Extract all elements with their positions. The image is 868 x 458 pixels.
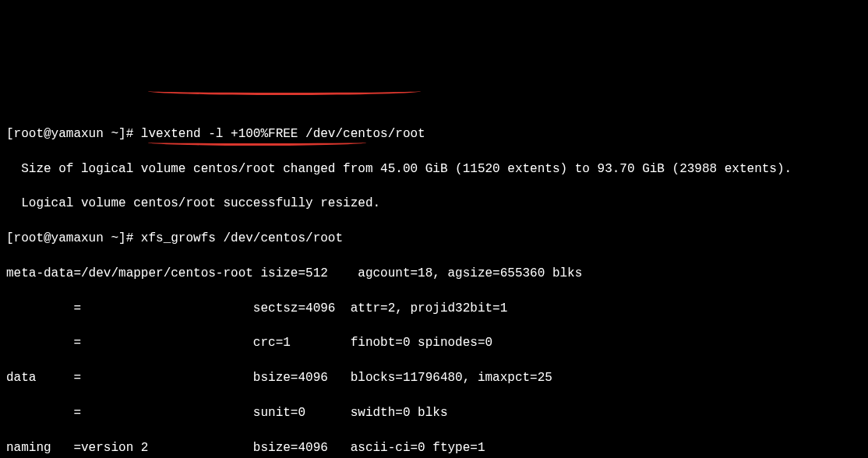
output-line: = sectsz=4096 attr=2, projid32bit=1 <box>6 300 862 317</box>
command-xfs-growfs: xfs_growfs /dev/centos/root <box>141 231 343 245</box>
output-line: data = bsize=4096 blocks=11796480, imaxp… <box>6 369 862 386</box>
annotation-underline-1 <box>148 87 421 95</box>
output-line: = crc=1 finobt=0 spinodes=0 <box>6 334 862 351</box>
output-line: = sunit=0 swidth=0 blks <box>6 404 862 421</box>
command-lvextend: lvextend -l +100%FREE /dev/centos/root <box>141 127 425 141</box>
prompt-line-2: [root@yamaxun ~]# xfs_growfs /dev/centos… <box>6 230 862 247</box>
output-line: Size of logical volume centos/root chang… <box>6 160 862 178</box>
prompt-line-1: [root@yamaxun ~]# lvextend -l +100%FREE … <box>6 125 862 143</box>
shell-prompt: [root@yamaxun ~]# <box>6 231 141 245</box>
terminal-output[interactable]: [root@yamaxun ~]# lvextend -l +100%FREE … <box>6 73 862 458</box>
output-line: naming =version 2 bsize=4096 ascii-ci=0 … <box>6 439 862 456</box>
shell-prompt: [root@yamaxun ~]# <box>6 127 141 141</box>
output-line: Logical volume centos/root successfully … <box>6 195 862 212</box>
output-line: meta-data=/dev/mapper/centos-root isize=… <box>6 265 862 282</box>
